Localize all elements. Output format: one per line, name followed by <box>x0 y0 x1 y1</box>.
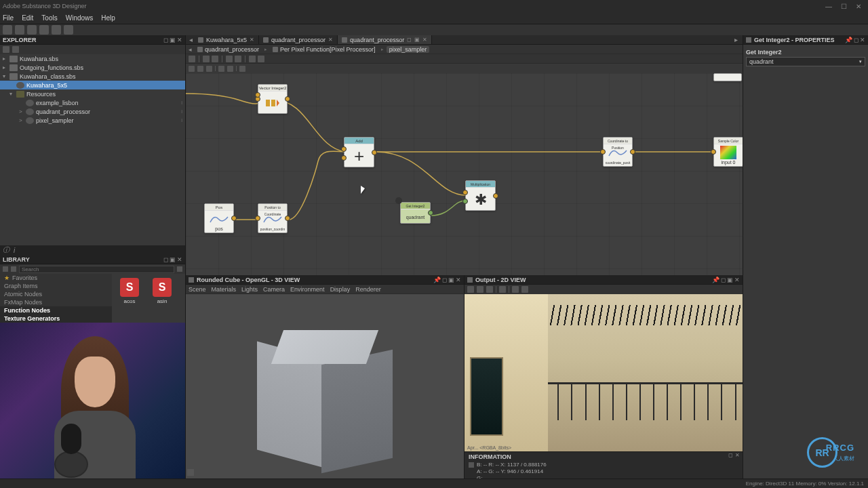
node-pos[interactable]: Pos pos <box>204 203 234 233</box>
info-icon[interactable]: i <box>181 108 182 115</box>
lib-icon-2[interactable] <box>11 266 16 272</box>
properties-pin-icon[interactable]: 📌 <box>845 37 852 43</box>
maximize-button[interactable]: ☐ <box>837 1 850 11</box>
crumb-pixel-sampler[interactable]: pixel_sampler <box>387 46 430 53</box>
view2d-pop-icon[interactable]: ◻ <box>721 277 726 283</box>
library-close-icon[interactable]: ✕ <box>177 256 182 263</box>
view2d-viewport[interactable]: Apr... <RGBA_8bits> <box>465 294 743 451</box>
info-close-icon[interactable]: ✕ <box>735 452 740 458</box>
view2d-pin-icon[interactable]: 📌 <box>712 277 719 283</box>
expand-icon[interactable]: ▾ <box>9 91 16 97</box>
tb-zoom-icon[interactable] <box>203 56 210 62</box>
category-texture-generators[interactable]: Texture Generators <box>0 314 112 323</box>
port-in[interactable] <box>255 216 260 221</box>
view3d-pop-icon[interactable]: ◻ <box>442 277 447 283</box>
properties-close-icon[interactable]: ✕ <box>860 37 865 43</box>
view3d-max-icon[interactable]: ▣ <box>448 277 454 283</box>
menu-windows[interactable]: Windows <box>66 14 94 22</box>
tb-misc-icon[interactable] <box>249 56 256 62</box>
tb-frame-icon[interactable] <box>189 56 195 62</box>
node-vector-integer2[interactable]: Vector Integer2 <box>258 84 288 114</box>
port-in[interactable] <box>600 149 606 155</box>
category-atomic-nodes[interactable]: Atomic Nodes <box>0 290 112 298</box>
category-graph-items[interactable]: Graph Items <box>0 282 112 290</box>
view3d-pin-icon[interactable]: 📌 <box>433 277 441 283</box>
tb-search-icon[interactable] <box>226 56 233 62</box>
category-favorites[interactable]: ★ Favorites <box>0 274 112 282</box>
explorer-pop-icon[interactable]: ◻ <box>163 37 168 43</box>
tree-item-example-lisbon[interactable]: example_lisbon i <box>0 98 185 107</box>
export-icon[interactable] <box>486 286 493 293</box>
view3d-menu-display[interactable]: Display <box>330 286 351 293</box>
redo-icon[interactable] <box>64 25 73 35</box>
open-icon[interactable] <box>15 25 24 35</box>
library-categories[interactable]: ★ Favorites Graph Items Atomic Nodes FxM… <box>0 274 112 323</box>
view3d-menu-lights[interactable]: Lights <box>241 286 258 293</box>
library-pin-icon[interactable]: ▣ <box>170 256 176 263</box>
tab-nav-left-icon[interactable]: ◂ <box>187 36 194 43</box>
view3d-close-icon[interactable]: ✕ <box>456 277 461 283</box>
tab-quadrant-processor-2[interactable]: quadrant_processor ◻ ▣ ✕ <box>338 35 432 44</box>
expand-icon[interactable]: ▸ <box>3 56 9 62</box>
category-fxmap-nodes[interactable]: FxMap Nodes <box>0 298 112 306</box>
property-value-dropdown[interactable]: quadrant ▾ <box>746 57 865 66</box>
tree-item-pixel-sampler[interactable]: > pixel_sampler i <box>0 116 185 125</box>
expand-icon[interactable]: > <box>19 117 26 123</box>
port-in[interactable] <box>711 149 716 155</box>
menu-help[interactable]: Help <box>101 14 115 22</box>
port-out[interactable] <box>285 96 290 102</box>
node-partial[interactable] <box>713 73 742 81</box>
port-in-2[interactable] <box>255 92 260 98</box>
tree-item-kuwahara-sbs[interactable]: ▸ Kuwahara.sbs <box>0 54 185 63</box>
lib-icon-1[interactable] <box>3 266 8 272</box>
tree-item-class-sbs[interactable]: ▾ Kuwahara_class.sbs <box>0 72 185 81</box>
view2d-max-icon[interactable]: ▣ <box>727 277 733 283</box>
save-icon[interactable] <box>27 25 37 35</box>
align-icon[interactable] <box>206 66 212 72</box>
library-search-input[interactable] <box>19 266 174 273</box>
tab-quadrant-processor-1[interactable]: quadrant_processor ✕ <box>259 35 338 44</box>
grid-icon[interactable] <box>197 66 203 72</box>
info-icon[interactable]: i <box>181 117 182 123</box>
undo-icon[interactable] <box>52 25 61 35</box>
expand-icon[interactable]: ▾ <box>3 73 9 79</box>
port-out[interactable] <box>493 193 498 199</box>
expand-icon[interactable]: > <box>19 108 26 115</box>
breadcrumb-back-icon[interactable]: ◂ <box>189 46 192 53</box>
tab-close-icon[interactable]: ✕ <box>328 37 333 43</box>
opt-icon[interactable] <box>218 66 224 72</box>
crumb-pixel-processor[interactable]: Per Pixel Function[Pixel Processor] <box>270 46 378 53</box>
copy-output-icon[interactable] <box>477 286 484 293</box>
opt3-icon[interactable] <box>239 66 245 72</box>
explorer-close-icon[interactable]: ✕ <box>177 37 182 43</box>
crumb-quadrant-processor[interactable]: quadrant_processor <box>195 46 262 53</box>
view2d-close-icon[interactable]: ✕ <box>734 277 740 283</box>
saveall-icon[interactable] <box>39 25 49 35</box>
view3d-menu-renderer[interactable]: Renderer <box>355 286 381 293</box>
tab-pop-icon[interactable]: ◻ <box>407 37 412 43</box>
node-multiplication[interactable]: Multiplication ✱ <box>465 180 496 211</box>
view3d-menu-environment[interactable]: Environment <box>290 286 325 293</box>
view3d-menu-camera[interactable]: Camera <box>263 286 285 293</box>
view3d-viewport[interactable]: sRGB (default) ▾ <box>186 294 464 488</box>
opt3-icon[interactable] <box>521 286 528 293</box>
camera-icon[interactable] <box>187 469 194 476</box>
tab-close-icon[interactable]: ✕ <box>422 37 427 43</box>
minimize-button[interactable]: — <box>822 1 835 11</box>
info-icon[interactable]: i <box>181 100 182 106</box>
snap-icon[interactable] <box>189 66 195 72</box>
identity-selector[interactable]: ⓘ i <box>0 245 185 255</box>
view3d-menu-scene[interactable]: Scene <box>189 286 206 293</box>
filter-icon[interactable] <box>177 266 182 272</box>
properties-pop-icon[interactable]: ◻ <box>854 37 859 43</box>
open-package-icon[interactable] <box>12 46 19 53</box>
library-pop-icon[interactable]: ◻ <box>163 256 168 263</box>
tab-nav-right-icon[interactable]: ▸ <box>734 36 741 43</box>
port-out[interactable] <box>231 216 237 221</box>
view3d-menu-materials[interactable]: Materials <box>212 286 237 293</box>
info-pop-icon[interactable]: ◻ <box>728 452 733 458</box>
window-close-button[interactable]: ✕ <box>852 1 865 11</box>
tb-option-icon[interactable] <box>235 56 241 62</box>
node-get-integer2[interactable]: Get Integer2 quadrant <box>400 202 431 224</box>
port-out[interactable] <box>428 210 433 216</box>
